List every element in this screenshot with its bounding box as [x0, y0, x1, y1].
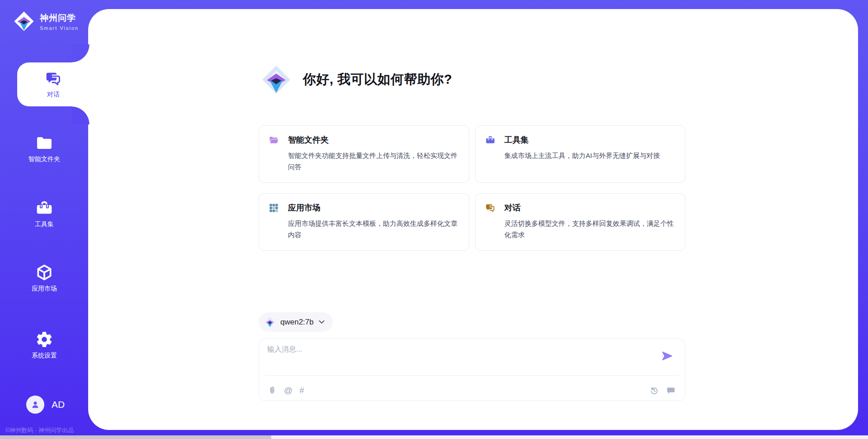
send-icon[interactable] — [661, 350, 673, 362]
sidebar-item-label: 系统设置 — [32, 352, 57, 360]
message-input[interactable] — [267, 345, 651, 373]
toolbox-icon — [485, 135, 495, 145]
folder-open-icon — [269, 135, 279, 145]
horizontal-scrollbar[interactable] — [0, 435, 868, 439]
card-description: 灵活切换多模型文件，支持多样回复效果调试，满足个性化需求 — [505, 218, 675, 240]
chevron-down-icon — [319, 320, 325, 324]
card-title: 对话 — [505, 202, 521, 213]
active-tab-top-fillet — [71, 44, 90, 62]
scrollbar-thumb[interactable] — [0, 435, 271, 439]
sidebar-item-label: 工具集 — [35, 220, 54, 229]
model-selector[interactable]: qwen2:7b — [259, 312, 333, 332]
app-brand: 神州问学 Smart Vision — [14, 11, 79, 32]
card-description: 集成市场上主流工具，助力AI与外界无缝扩展与对接 — [505, 150, 675, 161]
mention-icon[interactable]: @ — [284, 386, 292, 396]
model-logo-icon — [264, 317, 275, 328]
card-app-market[interactable]: 应用市场 应用市场提供丰富长文本模板，助力高效生成多样化文章内容 — [259, 193, 469, 251]
chat-icon — [45, 70, 62, 87]
hashtag-icon[interactable]: # — [299, 386, 304, 396]
hero-logo-icon — [261, 65, 291, 95]
card-title: 工具集 — [505, 134, 529, 145]
sidebar-item-toolset[interactable]: 工具集 — [0, 199, 89, 229]
composer-divider — [265, 375, 679, 376]
copyright-footer: ©神州数码 · 神州问学出品 — [5, 426, 74, 434]
sidebar-item-smart-folder[interactable]: 智能文件夹 — [0, 134, 89, 163]
message-composer: @ # — [259, 339, 685, 401]
sidebar-item-app-market[interactable]: 应用市场 — [0, 263, 89, 293]
sidebar-item-label: 对话 — [47, 91, 60, 99]
card-title: 智能文件夹 — [288, 134, 329, 145]
chat-bubble-icon[interactable] — [666, 386, 676, 396]
user-account[interactable]: AD — [26, 396, 65, 414]
grid-icon — [269, 203, 279, 213]
gear-icon — [35, 330, 53, 348]
user-initials: AD — [52, 399, 65, 410]
cube-icon — [35, 263, 53, 282]
card-smart-folder[interactable]: 智能文件夹 智能文件夹功能支持批量文件上传与清洗，轻松实现文件问答 — [259, 125, 469, 183]
sidebar-item-chat[interactable]: 对话 — [17, 62, 90, 106]
app-subtitle: Smart Vision — [40, 25, 79, 31]
sidebar-item-label: 智能文件夹 — [28, 155, 60, 163]
hero: 你好, 我可以如何帮助你? — [261, 65, 452, 95]
toolbox-icon — [35, 199, 53, 217]
card-toolset[interactable]: 工具集 集成市场上主流工具，助力AI与外界无缝扩展与对接 — [475, 125, 686, 183]
sidebar-item-settings[interactable]: 系统设置 — [0, 330, 89, 360]
sidebar-item-label: 应用市场 — [32, 285, 57, 293]
model-name: qwen2:7b — [280, 318, 314, 327]
card-description: 智能文件夹功能支持批量文件上传与清洗，轻松实现文件问答 — [288, 150, 458, 172]
avatar — [26, 396, 44, 414]
chat-icon — [485, 203, 495, 213]
card-description: 应用市场提供丰富长文本模板，助力高效生成多样化文章内容 — [288, 218, 458, 240]
folder-icon — [35, 134, 53, 152]
attachment-icon[interactable] — [267, 386, 277, 396]
greeting-title: 你好, 我可以如何帮助你? — [303, 71, 452, 89]
card-title: 应用市场 — [288, 202, 321, 213]
feature-cards: 智能文件夹 智能文件夹功能支持批量文件上传与清洗，轻松实现文件问答 工具集 集成… — [259, 125, 685, 251]
app-name: 神州问学 — [40, 12, 79, 24]
history-icon[interactable] — [649, 386, 659, 396]
app-logo-icon — [14, 11, 34, 32]
card-chat[interactable]: 对话 灵活切换多模型文件，支持多样回复效果调试，满足个性化需求 — [475, 193, 686, 251]
active-tab-bottom-fillet — [71, 106, 90, 124]
